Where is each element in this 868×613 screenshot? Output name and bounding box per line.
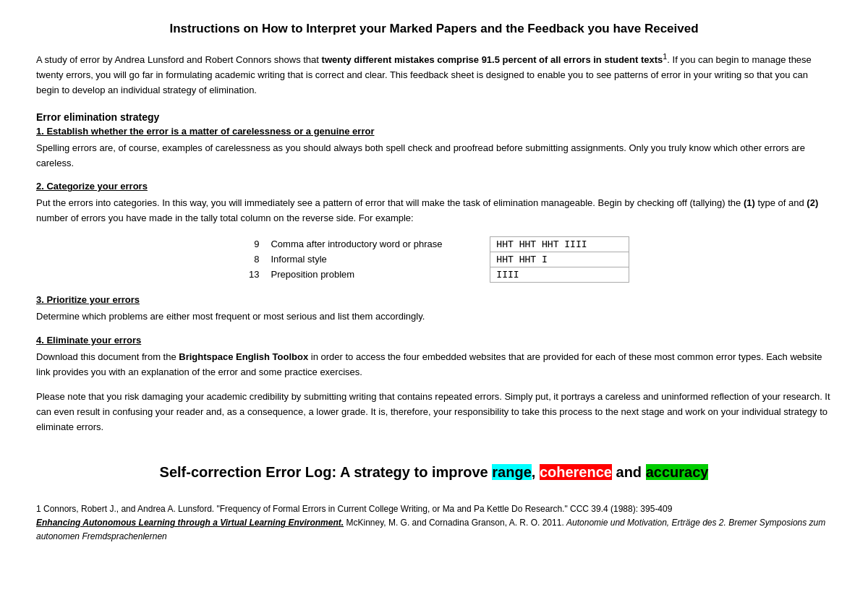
- tally-marks: IIII: [490, 267, 629, 282]
- table-row: 13Preposition problemIIII: [239, 267, 629, 282]
- footnote-2: Enhancing Autonomous Learning through a …: [36, 516, 832, 544]
- table-row: 8Informal styleHHT HHT I: [239, 252, 629, 267]
- step4-text-start: Download this document from the: [36, 351, 179, 362]
- word-accuracy: accuracy: [646, 464, 709, 480]
- step2-text-end: number of errors you have made in the ta…: [36, 213, 414, 223]
- table-row: 9Comma after introductory word or phrase…: [239, 236, 629, 252]
- step3-heading: 3. Prioritize your errors: [36, 294, 832, 305]
- word-range: range: [492, 464, 531, 480]
- step2-bold1: (1): [744, 197, 755, 208]
- sep1: ,: [532, 464, 540, 480]
- step1-body: Spelling errors are, of course, examples…: [36, 141, 832, 171]
- step4-body1: Download this document from the Brightsp…: [36, 350, 832, 380]
- tally-number: 13: [239, 267, 265, 282]
- footnote-2-rest: McKinney, M. G. and Cornadina Granson, A…: [344, 518, 566, 528]
- step1-heading: 1. Establish whether the error is a matt…: [36, 126, 832, 137]
- tally-marks: HHT HHT I: [490, 252, 629, 267]
- tally-description: Preposition problem: [265, 267, 490, 282]
- tally-number: 9: [239, 236, 265, 252]
- tally-example-table: 9Comma after introductory word or phrase…: [239, 236, 629, 283]
- step2-text-mid: type of and: [755, 197, 807, 208]
- page-title: Instructions on How to Interpret your Ma…: [36, 22, 832, 36]
- step2-bold2: (2): [807, 197, 818, 208]
- step2-text-start: Put the errors into categories. In this …: [36, 197, 744, 208]
- self-correction-section: Self-correction Error Log: A strategy to…: [36, 464, 832, 481]
- self-correction-title: Self-correction Error Log: A strategy to…: [160, 464, 709, 480]
- tally-description: Informal style: [265, 252, 490, 267]
- step2-body: Put the errors into categories. In this …: [36, 196, 832, 226]
- footnote-section: 1 Connors, Robert J., and Andrea A. Luns…: [36, 502, 832, 544]
- footnote-1: 1 Connors, Robert J., and Andrea A. Luns…: [36, 502, 832, 516]
- word-coherence: coherence: [540, 464, 612, 480]
- footnote-2-bold: Enhancing Autonomous Learning through a …: [36, 518, 344, 528]
- tally-number: 8: [239, 252, 265, 267]
- intro-paragraph: A study of error by Andrea Lunsford and …: [36, 51, 832, 98]
- self-correction-title-start: Self-correction Error Log: A strategy to…: [160, 464, 493, 480]
- sep2: and: [612, 464, 646, 480]
- step4-heading: 4. Eliminate your errors: [36, 335, 832, 346]
- tally-description: Comma after introductory word or phrase: [265, 236, 490, 252]
- error-strategy-heading: Error elimination strategy: [36, 111, 832, 123]
- step4-bold: Brightspace English Toolbox: [179, 351, 308, 362]
- intro-text-start: A study of error by Andrea Lunsford and …: [36, 54, 322, 65]
- step3-body: Determine which problems are either most…: [36, 309, 832, 325]
- intro-bold: twenty different mistakes comprise 91.5 …: [322, 54, 663, 65]
- tally-marks: HHT HHT HHT IIII: [490, 236, 629, 252]
- step4-body2: Please note that you risk damaging your …: [36, 390, 832, 434]
- step2-heading: 2. Categorize your errors: [36, 181, 832, 192]
